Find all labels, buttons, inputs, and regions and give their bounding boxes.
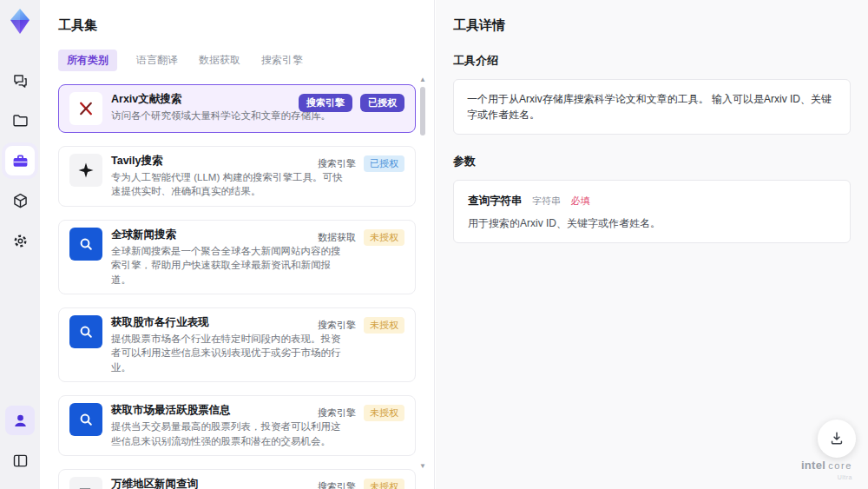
download-icon	[828, 430, 845, 447]
page-title: 工具集	[58, 17, 434, 34]
chat-icon	[11, 72, 30, 90]
tool-card-arxiv[interactable]: Arxiv文献搜索 访问各个研究领域大量科学论文和文章的存储库。 搜索引擎 已授…	[58, 84, 416, 133]
tool-card-sector-performance[interactable]: 获取股市各行业表现 提供股票市场各个行业在特定时间段内的表现。投资者可以利用这些…	[58, 307, 416, 382]
user-icon	[11, 412, 30, 430]
param-required-flag: 必填	[570, 195, 589, 206]
category-badge: 搜索引擎	[299, 94, 352, 112]
tool-description: 全球新闻搜索是一个聚合全球各大新闻网站内容的搜索引擎，帮助用户快速获取全球最新资…	[111, 244, 347, 287]
tool-card-global-news[interactable]: 全球新闻搜索 全球新闻搜索是一个聚合全球各大新闻网站内容的搜索引擎，帮助用户快速…	[58, 220, 416, 294]
newspaper-icon	[69, 477, 102, 489]
tool-intro-text: 一个用于从Arxiv存储库搜索科学论文和文章的工具。 输入可以是Arxiv ID…	[453, 79, 851, 135]
category-label: 搜索引擎	[318, 405, 356, 421]
toolbox-icon	[11, 152, 30, 170]
status-badge: 未授权	[364, 479, 404, 489]
tool-card-most-active-stocks[interactable]: 获取市场最活跃股票信息 提供当天交易量最高的股票列表，投资者可以利用这些信息来识…	[58, 395, 416, 456]
intro-heading: 工具介绍	[453, 53, 851, 69]
tab-language-translation[interactable]: 语言翻译	[135, 50, 180, 71]
tool-name: 获取股市各行业表现	[111, 315, 347, 330]
status-badge: 未授权	[364, 405, 404, 421]
category-label: 数据获取	[318, 229, 356, 246]
tool-description: 专为人工智能代理 (LLM) 构建的搜索引擎工具。可快速提供实时、准确和真实的结…	[111, 170, 347, 199]
intel-core-logo: intelcore Ultra	[801, 458, 852, 480]
list-scrollbar[interactable]: ▲ ▼	[418, 76, 427, 486]
tool-name: 全球新闻搜索	[111, 228, 347, 242]
sidebar-item-chat[interactable]	[5, 66, 35, 96]
tool-card-regional-news[interactable]: 万维地区新闻查询 查询具体行政区划内的新闻，快速了解各地新闻动态 搜索引擎 未授…	[58, 469, 416, 489]
tab-search-engine[interactable]: 搜索引擎	[260, 50, 305, 71]
status-badge: 未授权	[364, 229, 404, 246]
arxiv-logo-icon	[69, 92, 102, 125]
tool-name: Tavily搜索	[111, 154, 347, 169]
category-label: 搜索引擎	[318, 479, 356, 489]
app-logo	[7, 7, 33, 36]
download-button[interactable]	[818, 420, 856, 458]
sidebar-item-files[interactable]	[5, 106, 35, 135]
tab-all-categories[interactable]: 所有类别	[58, 50, 117, 71]
settings-icon	[11, 232, 30, 250]
sidebar-item-settings[interactable]	[5, 226, 35, 255]
folder-icon	[11, 112, 30, 130]
category-tabs: 所有类别 语言翻译 数据获取 搜索引擎	[58, 50, 434, 71]
tavily-star-icon	[69, 154, 102, 187]
tool-description: 提供当天交易量最高的股票列表，投资者可以利用这些信息来识别流动性强的股票和潜在的…	[111, 420, 347, 448]
parameter-card: 查询字符串 字符串 必填 用于搜索的Arxiv ID、关键字或作者姓名。	[453, 180, 851, 243]
blue-search-icon	[69, 315, 102, 348]
status-badge: 未授权	[364, 317, 404, 334]
sidebar-item-packages[interactable]	[5, 186, 35, 215]
sidebar-item-account[interactable]	[5, 406, 35, 435]
status-badge: 已授权	[360, 94, 404, 112]
tool-detail-panel: 工具详情 工具介绍 一个用于从Arxiv存储库搜索科学论文和文章的工具。 输入可…	[436, 0, 868, 489]
panel-toggle-icon	[11, 452, 30, 470]
tool-description: 提供股票市场各个行业在特定时间段内的表现。投资者可以利用这些信息来识别表现优于或…	[111, 332, 347, 374]
scroll-up-icon[interactable]: ▲	[419, 76, 426, 83]
category-label: 搜索引擎	[318, 155, 356, 172]
status-badge: 已授权	[364, 155, 404, 172]
sidebar-item-panel-toggle[interactable]	[5, 446, 35, 475]
tool-card-list: Arxiv文献搜索 访问各个研究领域大量科学论文和文章的存储库。 搜索引擎 已授…	[58, 84, 416, 489]
category-label: 搜索引擎	[318, 317, 356, 334]
tab-data-fetch[interactable]: 数据获取	[197, 50, 242, 71]
blue-search-icon	[69, 228, 102, 261]
detail-title: 工具详情	[453, 17, 851, 34]
package-icon	[11, 192, 30, 210]
tool-name: 万维地区新闻查询	[111, 477, 341, 489]
tool-card-tavily[interactable]: Tavily搜索 专为人工智能代理 (LLM) 构建的搜索引擎工具。可快速提供实…	[58, 146, 416, 207]
sidebar-item-tools[interactable]	[5, 146, 35, 175]
param-type: 字符串	[532, 195, 561, 206]
param-description: 用于搜索的Arxiv ID、关键字或作者姓名。	[468, 216, 836, 231]
blue-search-icon	[69, 403, 102, 436]
param-name: 查询字符串	[468, 195, 523, 207]
app-window: 工具集 所有类别 语言翻译 数据获取 搜索引擎 Arxiv文献搜索 访问各个研究…	[0, 0, 868, 489]
tool-list-panel: 工具集 所有类别 语言翻译 数据获取 搜索引擎 Arxiv文献搜索 访问各个研究…	[40, 0, 435, 489]
scrollbar-thumb[interactable]	[420, 87, 425, 135]
tool-name: 获取市场最活跃股票信息	[111, 403, 347, 418]
params-heading: 参数	[453, 154, 851, 169]
scroll-down-icon[interactable]: ▼	[419, 463, 426, 470]
sidebar-rail	[0, 0, 40, 489]
